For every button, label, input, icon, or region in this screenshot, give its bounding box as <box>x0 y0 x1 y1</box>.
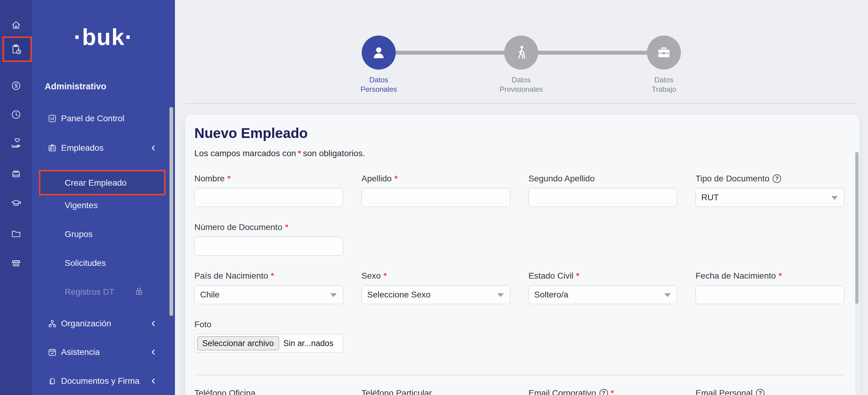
required-asterisk: * <box>576 271 580 281</box>
main-scrollbar-thumb[interactable] <box>855 152 859 304</box>
label-text: Estado Civil <box>528 271 574 281</box>
field-label: Estado Civil* <box>528 271 677 281</box>
sidebar-scrollbar[interactable] <box>169 107 173 316</box>
field-label: País de Nacimiento* <box>194 271 343 281</box>
label-text: Número de Documento <box>194 222 282 232</box>
id-badge-icon <box>48 144 57 152</box>
rail-benefits-hand-heart-icon[interactable] <box>0 133 32 153</box>
label-text: Apellido <box>362 174 392 184</box>
chevron-left-icon[interactable] <box>150 144 157 152</box>
stepper-step-datos-previsionales[interactable] <box>504 35 538 69</box>
lock-icon <box>134 287 144 296</box>
step-label-line1: Datos <box>618 75 710 85</box>
buk-app: $ <box>0 0 868 395</box>
sidebar-subitem-registros-dt[interactable]: Registros DT <box>65 285 168 299</box>
sidebar-subitem-label: Registros DT <box>65 287 114 297</box>
sidebar-subitem-label: Grupos <box>65 230 93 239</box>
form-row-3: País de Nacimiento* Chile Sexo* Seleccio… <box>194 271 844 304</box>
help-icon[interactable]: ? <box>756 389 765 395</box>
label-text: País de Nacimiento <box>194 271 268 281</box>
form-row-2: Número de Documento* <box>194 222 844 255</box>
select-value: Seleccione Sexo <box>367 290 431 300</box>
required-asterisk: * <box>779 271 782 281</box>
sidebar-subitem-grupos[interactable]: Grupos <box>65 227 168 241</box>
stepper-step-datos-personales[interactable] <box>362 35 396 69</box>
rail-gift-icon[interactable] <box>0 163 32 184</box>
field-apellido: Apellido* <box>362 174 510 207</box>
page-title: Nuevo Empleado <box>194 125 844 141</box>
rail-time-clock-icon[interactable] <box>0 104 32 125</box>
sidebar-item-empleados[interactable]: Empleados <box>32 139 172 157</box>
storefront-icon <box>11 258 22 269</box>
field-label: Segundo Apellido <box>528 174 677 184</box>
sidebar-item-label: Organización <box>61 319 111 329</box>
stepper-divider <box>184 103 858 104</box>
sidebar: ·buk· Administrativo Panel de Control Em… <box>32 0 175 395</box>
field-label: Teléfono Particular <box>362 388 510 395</box>
folder-icon <box>11 228 22 239</box>
graduation-cap-icon <box>10 198 22 209</box>
sidebar-item-panel-de-control[interactable]: Panel de Control <box>32 110 172 128</box>
apellido-input[interactable] <box>362 188 510 207</box>
documents-icon <box>48 377 57 385</box>
sexo-select[interactable]: Seleccione Sexo <box>362 285 510 304</box>
sidebar-item-label: Asistencia <box>61 347 100 357</box>
field-label: Sexo* <box>362 271 510 281</box>
rail-home-icon[interactable] <box>0 14 32 35</box>
step-label-line2: Personales <box>333 85 424 94</box>
field-numero-documento: Número de Documento* <box>194 222 343 255</box>
required-asterisk: * <box>271 271 274 281</box>
field-email-corporativo: Email Corporativo?* <box>528 388 677 395</box>
svg-text:$: $ <box>14 83 17 89</box>
caret-down-icon <box>664 293 671 297</box>
label-text: Sexo <box>362 271 381 281</box>
rail-payments-dollar-icon[interactable]: $ <box>0 75 32 96</box>
foto-file-input[interactable]: Seleccionar archivo Sin ar...nados <box>194 334 343 353</box>
hand-heart-icon <box>10 137 22 149</box>
label-text: Teléfono Particular <box>362 388 432 395</box>
rail-storefront-icon[interactable] <box>0 253 32 273</box>
fecha-nacimiento-input[interactable] <box>695 285 844 304</box>
required-asterisk: * <box>395 174 398 184</box>
buk-logo[interactable]: ·buk· <box>32 24 175 50</box>
estado-civil-select[interactable]: Soltero/a <box>528 285 677 304</box>
help-icon[interactable]: ? <box>599 389 608 395</box>
nombre-input[interactable] <box>194 188 343 207</box>
field-fecha-nacimiento: Fecha de Nacimiento* <box>695 271 844 304</box>
form-row-4: Foto Seleccionar archivo Sin ar...nados <box>194 320 844 353</box>
chevron-left-icon[interactable] <box>150 348 157 356</box>
numero-documento-input[interactable] <box>194 237 343 255</box>
field-telefono-oficina: Teléfono Oficina <box>194 388 343 395</box>
segundo-apellido-input[interactable] <box>528 188 677 207</box>
select-value: RUT <box>701 193 719 202</box>
stepper-label-datos-personales: Datos Personales <box>333 75 424 94</box>
field-label: Email Corporativo?* <box>528 388 677 395</box>
pais-nacimiento-select[interactable]: Chile <box>194 285 343 304</box>
chevron-left-icon[interactable] <box>150 377 157 385</box>
label-text: Tipo de Documento <box>695 174 769 184</box>
main-scrollbar-track[interactable] <box>855 152 859 395</box>
select-value: Chile <box>200 290 220 300</box>
annotation-box-rail-icon <box>2 36 32 62</box>
rail-files-folder-icon[interactable] <box>0 223 32 244</box>
help-icon[interactable]: ? <box>773 174 781 183</box>
stepper-step-datos-trabajo[interactable] <box>647 35 681 69</box>
sidebar-subitem-solicitudes[interactable]: Solicitudes <box>65 256 168 270</box>
field-email-personal: Email Personal? <box>695 388 844 395</box>
caret-down-icon <box>330 293 337 297</box>
sidebar-subitem-vigentes[interactable]: Vigentes <box>65 199 168 212</box>
field-sexo: Sexo* Seleccione Sexo <box>362 271 510 304</box>
required-asterisk: * <box>383 271 387 281</box>
field-estado-civil: Estado Civil* Soltero/a <box>528 271 677 304</box>
tipo-documento-select[interactable]: RUT <box>695 188 844 207</box>
form-row-1: Nombre* Apellido* Segundo Apellido Tipo … <box>194 174 844 207</box>
sidebar-item-documentos-y-firma[interactable]: Documentos y Firma <box>32 372 172 390</box>
chevron-left-icon[interactable] <box>150 320 157 328</box>
seleccionar-archivo-button[interactable]: Seleccionar archivo <box>197 336 279 350</box>
label-text: Email Personal <box>695 388 752 395</box>
rail-training-graduation-cap-icon[interactable] <box>0 193 32 214</box>
field-nombre: Nombre* <box>194 174 343 207</box>
time-clock-icon <box>11 109 22 120</box>
sidebar-item-organizacion[interactable]: Organización <box>32 314 172 333</box>
sidebar-item-asistencia[interactable]: Asistencia <box>32 343 172 361</box>
